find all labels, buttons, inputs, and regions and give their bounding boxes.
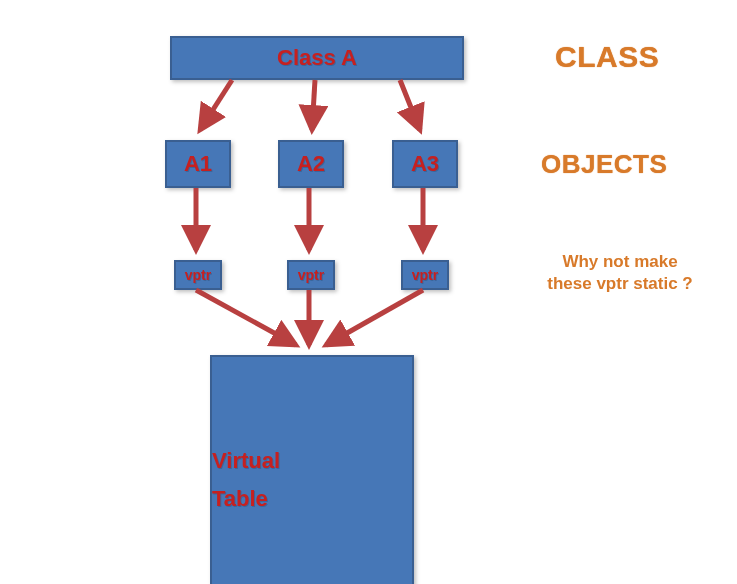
svg-line-0 (200, 80, 232, 130)
object-a1-label: A1 (184, 151, 212, 177)
svg-line-2 (400, 80, 420, 130)
object-a3-label: A3 (411, 151, 439, 177)
side-label-class: CLASS (555, 40, 659, 74)
object-a2-label: A2 (297, 151, 325, 177)
vptr-1-label: vptr (185, 267, 211, 283)
vptr-3: vptr (401, 260, 449, 290)
class-box: Class A (170, 36, 464, 80)
object-a3: A3 (392, 140, 458, 188)
vptr-3-label: vptr (412, 267, 438, 283)
side-label-objects: OBJECTS (541, 149, 667, 180)
vptr-1: vptr (174, 260, 222, 290)
class-box-label: Class A (277, 45, 357, 71)
vtable-label-1: Virtual (212, 448, 280, 474)
vptr-2-label: vptr (298, 267, 324, 283)
svg-line-1 (312, 80, 315, 130)
svg-line-8 (326, 290, 423, 345)
vtable-box: Virtual Table (210, 355, 414, 584)
object-a1: A1 (165, 140, 231, 188)
vtable-label-2: Table (212, 486, 268, 512)
side-note-vptr: Why not make these vptr static ? (540, 251, 700, 295)
vptr-2: vptr (287, 260, 335, 290)
object-a2: A2 (278, 140, 344, 188)
svg-line-6 (196, 290, 296, 345)
